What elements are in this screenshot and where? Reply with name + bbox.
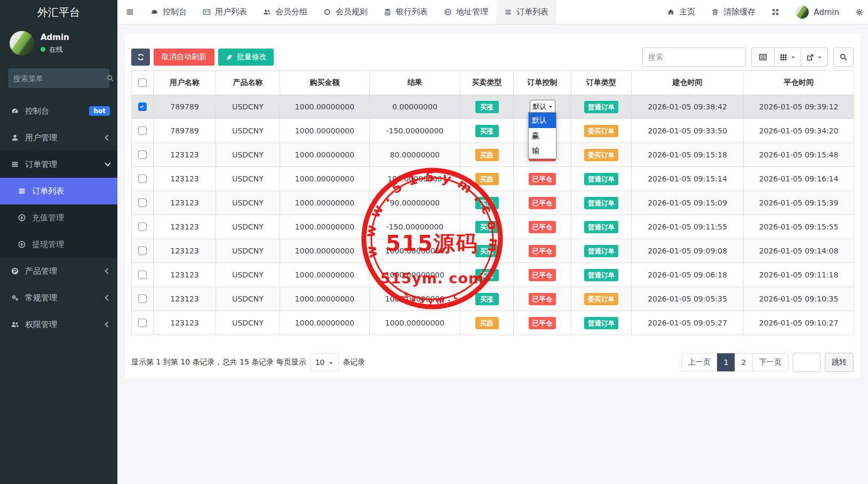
table-search-input[interactable] — [642, 47, 746, 67]
sidebar-item-权限管理[interactable]: 权限管理 — [0, 311, 117, 338]
row-checkbox[interactable] — [138, 271, 147, 279]
sidebar-item-提现管理[interactable]: 提现管理 — [0, 231, 117, 258]
row-checkbox[interactable] — [138, 319, 147, 327]
cell-close-time: 2026-01-05 09:15:48 — [744, 143, 854, 167]
app-title: 外汇平台 — [0, 0, 117, 25]
cell-amount: 1000.00000000 — [280, 215, 370, 239]
search-button[interactable] — [833, 47, 854, 67]
buy-type-badge: 买涨 — [475, 269, 499, 281]
chevron-left-icon — [105, 295, 110, 300]
table-row: 123123USDCNY1000.0000000080.00000000买跌已平… — [132, 143, 854, 167]
circle-o-icon — [323, 8, 331, 16]
online-dot — [41, 47, 45, 52]
next-page-button[interactable]: 下一页 — [752, 353, 789, 371]
column-header: 平仓时间 — [744, 71, 854, 95]
cell-amount: 1000.00000000 — [280, 95, 370, 119]
buy-type-badge: 买跌 — [475, 317, 499, 329]
row-checkbox[interactable] — [138, 102, 147, 111]
circle-up-icon — [18, 240, 27, 249]
sidebar-toggle[interactable] — [117, 0, 142, 24]
jump-button[interactable]: 跳转 — [825, 353, 854, 372]
row-checkbox[interactable] — [138, 223, 147, 231]
row-checkbox[interactable] — [138, 150, 147, 159]
sidebar-item-label: 权限管理 — [25, 320, 57, 330]
toolbar: 取消自动刷新 批量修改 — [125, 33, 860, 67]
cell-amount: 1000.00000000 — [280, 287, 370, 311]
cell-result: 1000.00000000 — [370, 263, 460, 287]
nav-tab-订单列表[interactable]: 订单列表 — [496, 0, 556, 24]
cell-result: -150.00000000 — [370, 215, 460, 239]
order-control-badge: 已平仓 — [529, 245, 556, 257]
nav-tab-会员规则[interactable]: 会员规则 — [315, 0, 376, 24]
sidebar-item-控制台[interactable]: 控制台hot — [0, 98, 117, 124]
nav-tab-会员分组[interactable]: 会员分组 — [255, 0, 315, 24]
sidebar-item-label: 控制台 — [25, 106, 49, 116]
users-icon — [11, 320, 20, 329]
order-control-badge: 已平仓 — [529, 269, 556, 281]
cell-close-time: 2026-01-05 09:16:14 — [744, 167, 854, 191]
table-row: 789789USDCNY1000.000000000.00000000买涨默认普… — [132, 95, 854, 119]
prev-page-button[interactable]: 上一页 — [681, 353, 718, 371]
detail-view-button[interactable] — [751, 47, 775, 67]
admin-menu[interactable]: Admin — [787, 0, 847, 24]
page-button-1[interactable]: 1 — [717, 353, 735, 371]
sidebar-item-产品管理[interactable]: 产品管理 — [0, 258, 117, 284]
avatar[interactable] — [10, 31, 34, 55]
cc-icon — [444, 8, 452, 16]
export-button[interactable] — [801, 47, 828, 67]
nav-tab-控制台[interactable]: 控制台 — [142, 0, 195, 24]
row-checkbox[interactable] — [138, 126, 147, 135]
chevron-down-icon — [105, 160, 110, 166]
column-header: 结果 — [370, 71, 460, 95]
order-type-badge: 委买订单 — [584, 125, 618, 137]
row-checkbox[interactable] — [138, 199, 147, 207]
home-link[interactable]: 主页 — [659, 0, 703, 24]
sidebar-search[interactable] — [8, 68, 109, 88]
row-checkbox[interactable] — [138, 174, 147, 183]
users-icon — [263, 8, 271, 16]
sidebar-item-常规管理[interactable]: 常规管理 — [0, 284, 117, 311]
column-header: 用户名称 — [154, 71, 216, 95]
search-icon[interactable] — [106, 74, 114, 82]
dropdown-option-输[interactable]: 输 — [529, 143, 556, 158]
sidebar-item-label: 充值管理 — [32, 213, 64, 223]
order-control-badge: 已平仓 — [529, 197, 556, 209]
page-button-2[interactable]: 2 — [735, 353, 753, 371]
cancel-auto-refresh-button[interactable]: 取消自动刷新 — [154, 49, 214, 66]
nav-tab-地址管理[interactable]: 地址管理 — [436, 0, 496, 24]
columns-button[interactable] — [774, 47, 801, 67]
expand-icon — [771, 8, 779, 16]
table-row: 123123USDCNY1000.0000000090.00000000买涨已平… — [132, 191, 854, 215]
fullscreen-button[interactable] — [763, 0, 787, 24]
sidebar-item-充值管理[interactable]: 充值管理 — [0, 204, 117, 231]
sidebar-item-label: 提现管理 — [32, 240, 64, 250]
sidebar-menu: 控制台hot用户管理订单管理订单列表充值管理提现管理产品管理常规管理权限管理 — [0, 98, 117, 338]
page-size-select[interactable]: 10 — [310, 353, 339, 371]
nav-tab-用户列表[interactable]: 用户列表 — [195, 0, 255, 24]
jump-page-input[interactable] — [793, 353, 821, 372]
batch-edit-button[interactable]: 批量修改 — [218, 49, 274, 66]
sidebar-search-input[interactable] — [13, 74, 106, 83]
dropdown-option-赢[interactable]: 赢 — [529, 128, 556, 144]
sidebar-item-订单列表[interactable]: 订单列表 — [0, 178, 117, 204]
clear-cache-link[interactable]: 清除缓存 — [703, 0, 763, 24]
refresh-button[interactable] — [131, 49, 150, 66]
row-checkbox[interactable] — [138, 247, 147, 255]
row-checkbox[interactable] — [138, 295, 147, 303]
sidebar-item-订单管理[interactable]: 订单管理 — [0, 151, 117, 178]
settings-button[interactable] — [847, 0, 868, 24]
dropdown-option-默认[interactable]: 默认 — [529, 113, 556, 128]
nav-tab-银行列表[interactable]: 银行列表 — [376, 0, 436, 24]
cell-open-time: 2026-01-05 09:33:50 — [632, 119, 744, 143]
user-status: 在线 — [41, 45, 69, 54]
cell-product: USDCNY — [216, 287, 280, 311]
select-all-checkbox[interactable] — [138, 78, 147, 87]
cell-amount: 1000.00000000 — [280, 119, 370, 143]
tachometer-icon — [11, 107, 20, 115]
avatar — [795, 5, 809, 19]
topnav: 控制台用户列表会员分组会员规则银行列表地址管理订单列表 主页 清除缓存 Admi… — [117, 0, 868, 25]
order-type-badge: 普通订单 — [584, 269, 618, 281]
user-icon — [11, 133, 20, 142]
cell-close-time: 2026-01-05 09:34:20 — [744, 119, 854, 143]
sidebar-item-用户管理[interactable]: 用户管理 — [0, 124, 117, 151]
